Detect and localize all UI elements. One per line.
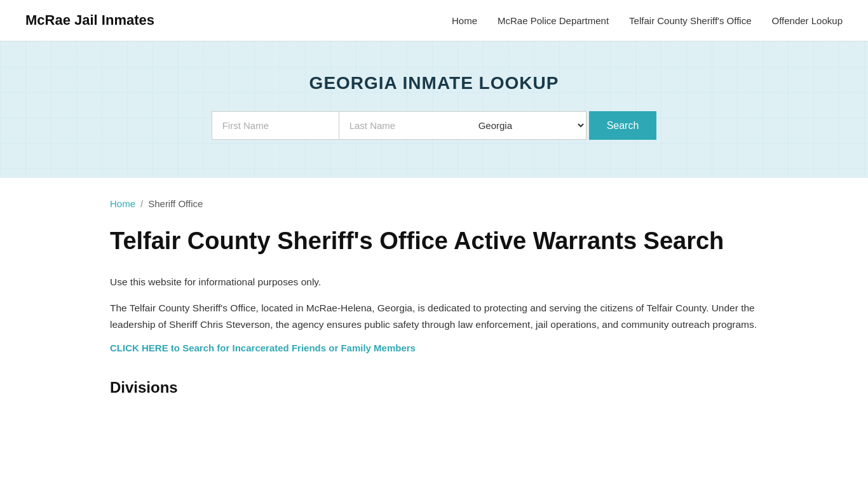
description-text: The Telfair County Sheriff's Office, loc… xyxy=(110,300,758,332)
divisions-heading: Divisions xyxy=(110,379,758,396)
disclaimer-text: Use this website for informational purpo… xyxy=(110,274,758,290)
breadcrumb: Home / Sheriff Office xyxy=(110,198,758,209)
breadcrumb-current: Sheriff Office xyxy=(148,198,203,209)
main-nav: Home McRae Police Department Telfair Cou… xyxy=(452,15,843,26)
page-title: Telfair County Sheriff's Office Active W… xyxy=(110,227,758,256)
banner-title: GEORGIA INMATE LOOKUP xyxy=(13,73,855,93)
search-form: Georgia Alabama Florida Tennessee South … xyxy=(193,111,675,140)
site-header: McRae Jail Inmates Home McRae Police Dep… xyxy=(0,0,868,41)
search-button[interactable]: Search xyxy=(589,111,657,140)
site-logo[interactable]: McRae Jail Inmates xyxy=(25,12,154,29)
state-select[interactable]: Georgia Alabama Florida Tennessee South … xyxy=(466,111,587,140)
breadcrumb-separator: / xyxy=(140,198,143,209)
nav-link-sheriff[interactable]: Telfair County Sheriff's Office xyxy=(629,15,751,26)
search-banner: GEORGIA INMATE LOOKUP Georgia Alabama Fl… xyxy=(0,41,868,178)
main-content: Home / Sheriff Office Telfair County She… xyxy=(85,178,783,435)
nav-link-home[interactable]: Home xyxy=(452,15,477,26)
breadcrumb-home-link[interactable]: Home xyxy=(110,198,135,209)
nav-link-police[interactable]: McRae Police Department xyxy=(498,15,609,26)
nav-link-offender[interactable]: Offender Lookup xyxy=(772,15,843,26)
first-name-input[interactable] xyxy=(212,111,339,140)
last-name-input[interactable] xyxy=(339,111,466,140)
cta-link[interactable]: CLICK HERE to Search for Incarcerated Fr… xyxy=(110,342,416,353)
